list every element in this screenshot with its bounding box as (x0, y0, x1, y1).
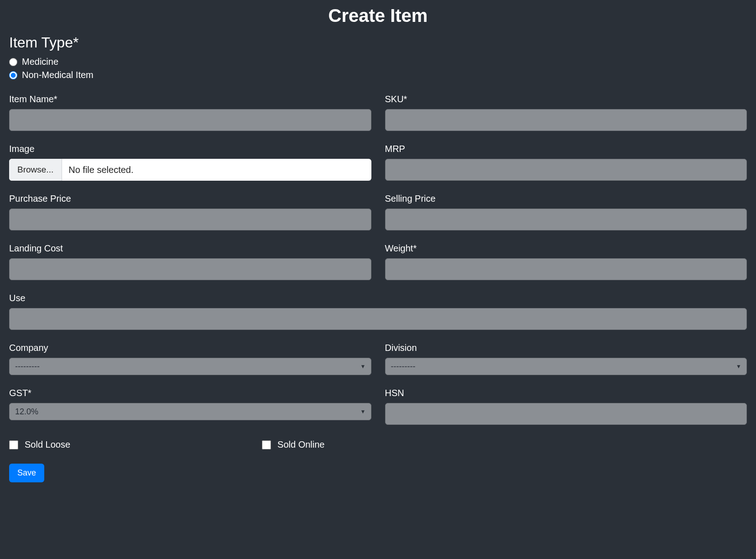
radio-non-medical-label: Non-Medical Item (22, 70, 94, 80)
item-type-radio-group: Medicine Non-Medical Item (9, 57, 747, 80)
radio-non-medical[interactable]: Non-Medical Item (9, 70, 747, 80)
checkbox-sold-online-input[interactable] (262, 440, 271, 449)
field-company: Company --------- ▼ (9, 343, 371, 375)
input-weight[interactable] (385, 258, 747, 280)
field-item-name: Item Name* (9, 94, 371, 131)
field-use: Use (9, 293, 747, 330)
select-gst[interactable]: 12.0% (9, 403, 371, 420)
label-image: Image (9, 144, 371, 154)
radio-medicine-label: Medicine (22, 57, 58, 67)
radio-non-medical-input[interactable] (9, 71, 17, 79)
select-division[interactable]: --------- (385, 358, 747, 375)
checkbox-sold-loose-input[interactable] (9, 440, 18, 449)
label-item-name: Item Name* (9, 94, 371, 104)
label-hsn: HSN (385, 388, 747, 398)
field-hsn: HSN (385, 388, 747, 425)
label-gst: GST* (9, 388, 371, 398)
input-hsn[interactable] (385, 403, 747, 425)
field-selling-price: Selling Price (385, 193, 747, 230)
field-image: Image Browse... No file selected. (9, 144, 371, 181)
input-purchase-price[interactable] (9, 209, 371, 230)
input-mrp[interactable] (385, 159, 747, 181)
field-mrp: MRP (385, 144, 747, 181)
field-landing-cost: Landing Cost (9, 243, 371, 280)
checkbox-sold-loose[interactable]: Sold Loose (9, 439, 70, 450)
label-landing-cost: Landing Cost (9, 243, 371, 254)
field-gst: GST* 12.0% ▼ (9, 388, 371, 425)
label-sku: SKU* (385, 94, 747, 104)
field-purchase-price: Purchase Price (9, 193, 371, 230)
field-weight: Weight* (385, 243, 747, 280)
input-landing-cost[interactable] (9, 258, 371, 280)
page-title: Create Item (9, 0, 747, 34)
file-status-text: No file selected. (62, 165, 133, 175)
input-sku[interactable] (385, 109, 747, 131)
label-use: Use (9, 293, 747, 303)
field-division: Division --------- ▼ (385, 343, 747, 375)
label-selling-price: Selling Price (385, 193, 747, 204)
input-use[interactable] (9, 308, 747, 330)
radio-medicine-input[interactable] (9, 58, 17, 66)
label-weight: Weight* (385, 243, 747, 254)
label-company: Company (9, 343, 371, 353)
item-type-heading: Item Type* (9, 34, 747, 51)
label-purchase-price: Purchase Price (9, 193, 371, 204)
checkbox-sold-online-label: Sold Online (277, 439, 324, 450)
input-selling-price[interactable] (385, 209, 747, 230)
label-mrp: MRP (385, 144, 747, 154)
browse-button[interactable]: Browse... (9, 159, 62, 181)
select-company[interactable]: --------- (9, 358, 371, 375)
save-button[interactable]: Save (9, 464, 44, 482)
radio-medicine[interactable]: Medicine (9, 57, 747, 67)
input-item-name[interactable] (9, 109, 371, 131)
file-input-image[interactable]: Browse... No file selected. (9, 159, 371, 181)
checkbox-sold-loose-label: Sold Loose (25, 439, 70, 450)
label-division: Division (385, 343, 747, 353)
field-sku: SKU* (385, 94, 747, 131)
checkbox-sold-online[interactable]: Sold Online (262, 439, 324, 450)
